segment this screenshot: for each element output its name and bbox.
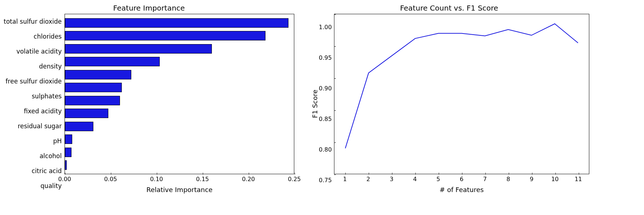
bar	[65, 96, 120, 105]
bar	[65, 70, 131, 79]
bar	[65, 18, 288, 28]
bar-y-tick-label: total sulfur dioxide	[4, 18, 62, 25]
line-y-tick-labels: 1.000.950.900.850.800.75	[319, 24, 334, 184]
line-y-axis-label: F1 Score	[309, 90, 319, 118]
line-y-tick-label: 0.80	[319, 146, 332, 153]
feature-count-f1-chart: Feature Count vs. F1 Score F1 Score 1.00…	[309, 4, 589, 193]
bar-y-tick-label: sulphates	[4, 93, 62, 100]
line-x-tick-label: 6	[460, 176, 463, 183]
bar	[65, 134, 72, 144]
line-y-tick-label: 0.90	[319, 85, 332, 92]
line-x-tick-label: 3	[390, 176, 393, 183]
bar	[65, 57, 160, 66]
bar-y-tick-label: citric acid	[4, 167, 62, 175]
line-x-tick-label: 1	[343, 176, 347, 183]
bar-x-tick-label: 0.10	[150, 176, 163, 183]
line-series	[345, 24, 578, 148]
bar-x-tick-label: 0.15	[196, 176, 209, 183]
bar	[65, 148, 71, 157]
bar-y-tick-label: chlorides	[4, 33, 62, 40]
bar-chart-body: total sulfur dioxidechloridesvolatile ac…	[4, 14, 294, 193]
chart-title: Feature Importance	[4, 4, 294, 12]
line-y-tick-label: 0.95	[319, 54, 332, 61]
bar	[65, 160, 67, 170]
line-y-tick-label: 0.85	[319, 116, 332, 122]
line-plot-area	[334, 14, 589, 174]
line-y-tick-label: 1.00	[319, 24, 332, 31]
bar	[65, 109, 108, 118]
bar-y-tick-label: quality	[4, 182, 62, 189]
line-x-tick-label: 10	[551, 176, 559, 183]
feature-importance-chart: Feature Importance total sulfur dioxidec…	[4, 4, 294, 193]
line-chart-body: F1 Score 1.000.950.900.850.800.75 123456…	[309, 14, 589, 193]
chart-title: Feature Count vs. F1 Score	[309, 4, 589, 12]
line-x-tick-label: 8	[507, 176, 510, 183]
line-x-tick-label: 4	[413, 176, 417, 183]
figure: Feature Importance total sulfur dioxidec…	[4, 4, 640, 193]
line-x-tick-label: 2	[366, 176, 370, 183]
line-x-tick-label: 9	[530, 176, 534, 183]
bar-y-tick-label: alcohol	[4, 152, 62, 160]
line-x-axis: 1234567891011	[334, 174, 589, 186]
bar-y-tick-label: residual sugar	[4, 122, 62, 130]
bar-y-tick-label: pH	[4, 137, 62, 145]
bar-y-tick-labels: total sulfur dioxidechloridesvolatile ac…	[4, 14, 65, 193]
bar-y-tick-label: free sulfur dioxide	[4, 78, 62, 85]
bar	[65, 31, 265, 40]
bar-x-tick-label: 0.00	[58, 176, 71, 183]
bar-y-tick-label: density	[4, 63, 62, 70]
line-x-axis-label: # of Features	[334, 186, 589, 193]
bar-x-axis: 0.000.050.100.150.200.25	[65, 174, 294, 186]
bar-x-tick-label: 0.25	[288, 176, 301, 183]
line-x-tick-label: 7	[483, 176, 487, 183]
bar	[65, 122, 93, 131]
line-x-tick-label: 5	[437, 176, 440, 183]
bar-y-tick-label: fixed acidity	[4, 107, 62, 115]
bar	[65, 83, 122, 92]
line-y-tick-label: 0.75	[319, 177, 332, 184]
bar-y-tick-label: volatile acidity	[4, 48, 62, 55]
bar	[65, 44, 212, 54]
bar-x-tick-label: 0.05	[104, 176, 117, 183]
bar-plot-area	[65, 14, 294, 174]
bar-x-axis-label: Relative Importance	[65, 186, 294, 193]
bar-x-tick-label: 0.20	[242, 176, 255, 183]
line-x-tick-label: 11	[575, 176, 582, 183]
